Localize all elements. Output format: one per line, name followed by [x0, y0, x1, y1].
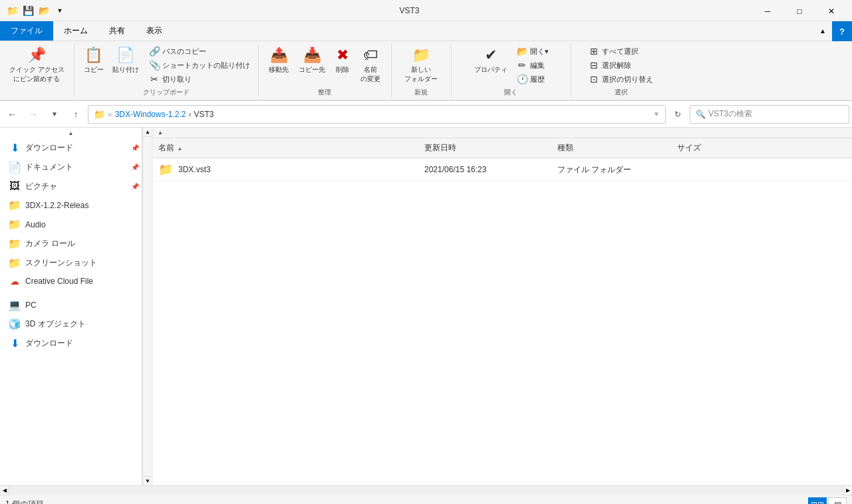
pin-button[interactable]: 📌 クイック アクセスにピン留めする — [5, 44, 69, 86]
copyto-label: コピー先 — [299, 65, 325, 74]
search-box[interactable]: 🔍 VST3の検索 — [690, 105, 849, 124]
details-view-button[interactable]: ⊞⊞ — [808, 497, 827, 505]
refresh-button[interactable]: ↻ — [668, 105, 687, 124]
pathcopy-button[interactable]: 🔗 パスのコピー — [146, 45, 253, 58]
newfolder-button[interactable]: 📁 新しいフォルダー — [400, 44, 442, 86]
edit-button[interactable]: ✏ 編集 — [514, 59, 551, 72]
delete-label: 削除 — [336, 65, 349, 74]
sidebar-item-pc[interactable]: 💻 PC — [0, 295, 142, 315]
folder-audio-icon: 📁 — [8, 218, 21, 231]
open-button[interactable]: 📂 開く▾ — [514, 45, 551, 58]
sidebar-scroll-down-btn[interactable]: ▼ — [143, 476, 152, 485]
help-button[interactable]: ? — [832, 21, 852, 41]
move-label: 移動先 — [269, 65, 289, 74]
sidebar-item-audio[interactable]: 📁 Audio — [0, 215, 142, 234]
dropdown-arrow[interactable]: ▼ — [53, 4, 67, 17]
select-group-label: 選択 — [615, 86, 628, 97]
hscroll-track[interactable] — [9, 486, 843, 495]
copyto-button[interactable]: 📥 コピー先 — [295, 44, 329, 77]
title-bar: 📁 💾 📂 ▼ VST3 — [0, 0, 852, 21]
copyto-icon: 📥 — [303, 47, 321, 64]
selectall-button[interactable]: ⊞ すべて選択 — [586, 45, 656, 58]
tab-home[interactable]: ホーム — [53, 21, 98, 41]
hscroll-right-button[interactable]: ▶ — [843, 486, 852, 495]
path-part-parent[interactable]: 3DX-Windows-1.2.2 — [115, 110, 186, 119]
column-header-type[interactable]: 種類 — [552, 138, 672, 158]
sidebar-item-label-downloads2: ダウンロード — [25, 338, 73, 349]
minimize-button[interactable] — [752, 0, 783, 21]
clipboard-group-label: クリップボード — [143, 86, 190, 97]
sidebar-item-documents[interactable]: 📄 ドキュメント 📌 — [0, 158, 142, 177]
history-button[interactable]: 🕐 履歴 — [514, 72, 551, 86]
sidebar-item-label-creative: Creative Cloud File — [25, 277, 93, 286]
selectnone-icon: ⊟ — [589, 60, 599, 70]
back-button[interactable]: ← — [3, 105, 21, 124]
file-list[interactable]: 📁 3DX.vst3 2021/06/15 16:23 ファイル フォルダー — [153, 158, 852, 485]
paste-button[interactable]: 📄 貼り付け — [108, 44, 144, 77]
ribbon-group-organize: 📤 移動先 📥 コピー先 ✖ 削除 🏷 名前の変更 整理 — [259, 44, 392, 97]
folder-screenshot-icon: 📁 — [8, 257, 21, 269]
sidebar-vscroll: ▲ ▼ — [142, 128, 152, 485]
tab-file[interactable]: ファイル — [0, 21, 53, 41]
open-group-label: 開く — [504, 86, 517, 97]
column-header-name[interactable]: 名前 ▲ — [153, 138, 419, 158]
sidebar-scroll-up-btn[interactable]: ▲ — [143, 128, 152, 137]
sidebar-item-downloads2[interactable]: ⬇ ダウンロード — [0, 334, 142, 353]
newfolder-icon: 📁 — [412, 47, 430, 64]
invertsel-icon: ⊡ — [589, 74, 599, 84]
sidebar-item-label-3dobjects: 3D オブジェクト — [25, 318, 86, 330]
selectnone-button[interactable]: ⊟ 選択解除 — [586, 59, 656, 72]
sidebar-item-screenshot[interactable]: 📁 スクリーンショット — [0, 253, 142, 273]
up-button[interactable]: ↑ — [67, 105, 85, 124]
recent-locations-button[interactable]: ▼ — [45, 105, 64, 124]
table-row[interactable]: 📁 3DX.vst3 2021/06/15 16:23 ファイル フォルダー — [153, 158, 852, 182]
address-path[interactable]: 📁 « 3DX-Windows-1.2.2 › VST3 ▼ — [88, 105, 666, 124]
path-part-current[interactable]: VST3 — [194, 110, 213, 119]
scroll-up-arrow[interactable]: ▲ — [66, 129, 76, 137]
file-name: 3DX.vst3 — [178, 165, 424, 174]
save-icon: 💾 — [21, 4, 35, 17]
properties-button[interactable]: ✔ プロパティ — [470, 44, 511, 77]
cut-button[interactable]: ✂ 切り取り — [146, 72, 253, 86]
maximize-button[interactable] — [784, 0, 815, 21]
delete-button[interactable]: ✖ 削除 — [331, 44, 355, 77]
sidebar-scroll[interactable]: ▲ ⬇ ダウンロード 📌 📄 ドキュメント 📌 🖼 ピクチャ 📌 — [0, 128, 142, 485]
sidebar-item-creative-cloud[interactable]: ☁ Creative Cloud File — [0, 273, 142, 290]
rename-button[interactable]: 🏷 名前の変更 — [356, 44, 385, 86]
status-bar: 1 個の項目 ⊞⊞ ▤ — [0, 495, 852, 504]
file-type: ファイル フォルダー — [557, 164, 677, 176]
close-button[interactable] — [816, 0, 847, 21]
sidebar-item-3dobjects[interactable]: 🧊 3D オブジェクト — [0, 315, 142, 334]
sidebar-item-3dx[interactable]: 📁 3DX-1.2.2-Releas — [0, 195, 142, 215]
column-header-size[interactable]: サイズ — [672, 138, 852, 158]
shortcut-button[interactable]: 📎 ショートカットの貼り付け — [146, 59, 253, 72]
sidebar-scroll-track[interactable] — [143, 137, 152, 476]
sidebar-item-camera[interactable]: 📁 カメラ ロール — [0, 234, 142, 253]
forward-button[interactable]: → — [24, 105, 43, 124]
view-toggle: ⊞⊞ ▤ — [808, 497, 847, 505]
folder-3dx-icon: 📁 — [8, 199, 21, 211]
move-button[interactable]: 📤 移動先 — [264, 44, 293, 77]
sidebar-item-download[interactable]: ⬇ ダウンロード 📌 — [0, 138, 142, 158]
sidebar-scroll-up[interactable]: ▲ — [0, 128, 142, 138]
address-bar: ← → ▼ ↑ 📁 « 3DX-Windows-1.2.2 › VST3 ▼ ↻… — [0, 101, 852, 128]
tab-share[interactable]: 共有 — [98, 21, 136, 41]
sidebar-item-pictures[interactable]: 🖼 ピクチャ 📌 — [0, 177, 142, 195]
pc-icon: 💻 — [8, 299, 21, 311]
search-placeholder: VST3の検索 — [708, 108, 752, 120]
column-header-date[interactable]: 更新日時 — [419, 138, 552, 158]
copy-button[interactable]: 📋 コピー — [80, 44, 108, 77]
file-date: 2021/06/15 16:23 — [424, 165, 557, 174]
ribbon-group-open: ✔ プロパティ 📂 開く▾ ✏ 編集 🕐 履歴 開く — [452, 44, 571, 97]
tiles-view-button[interactable]: ▤ — [828, 497, 847, 505]
tab-view[interactable]: 表示 — [136, 21, 173, 41]
file-area: ▲ 名前 ▲ 更新日時 種類 サイズ 📁 3DX.vst3 2021/06/15… — [153, 128, 852, 485]
hscroll-left-button[interactable]: ◀ — [0, 486, 9, 495]
invertsel-button[interactable]: ⊡ 選択の切り替え — [586, 72, 656, 86]
ribbon-collapse-button[interactable]: ▲ — [816, 25, 829, 38]
pin-indicator: 📌 — [131, 144, 139, 152]
ribbon: 📌 クイック アクセスにピン留めする 📋 コピー 📄 貼り付け 🔗 パスのコピー — [0, 41, 852, 101]
invertsel-label: 選択の切り替え — [602, 74, 653, 84]
file-list-scroll-up[interactable]: ▲ — [156, 128, 165, 138]
paste-icon: 📄 — [116, 47, 134, 64]
